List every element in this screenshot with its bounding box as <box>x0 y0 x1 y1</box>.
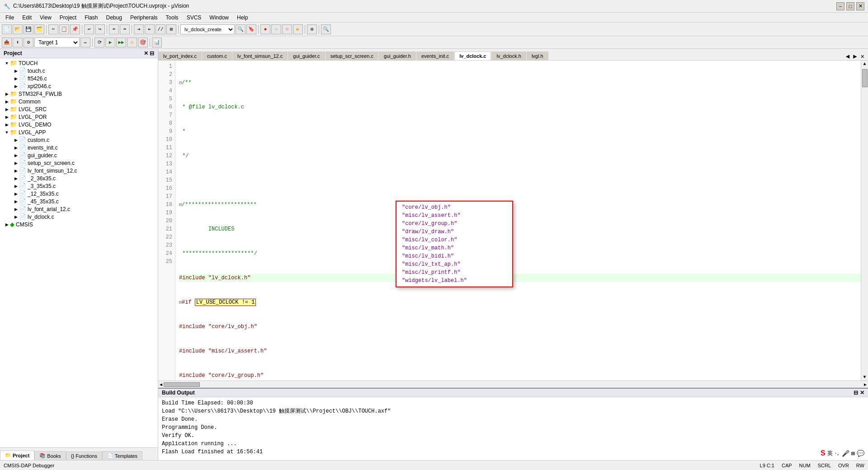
format-button[interactable]: ⊞ <box>166 24 176 34</box>
menu-peripherals[interactable]: Peripherals <box>127 14 161 22</box>
find-in-files-button[interactable]: 🔍 <box>236 24 245 34</box>
translate-button[interactable]: ⟳ <box>94 38 104 47</box>
tree-item-gui-guider[interactable]: ▶ 📄 gui_guider.c <box>0 151 158 159</box>
menu-project[interactable]: Project <box>56 14 80 22</box>
tab-functions[interactable]: {} Functions <box>66 451 102 460</box>
nav-back-button[interactable]: ⬅ <box>109 24 119 34</box>
file-tab-lvgl-h[interactable]: lvgl.h <box>527 52 548 60</box>
save-button[interactable]: 💾 <box>24 24 33 34</box>
tree-item-3-35x35[interactable]: ▶ 📄 _3_35x35.c <box>0 182 158 190</box>
tree-item-setup-scr[interactable]: ▶ 📄 setup_scr_screen.c <box>0 159 158 167</box>
new-file-button[interactable]: 📄 <box>2 24 12 34</box>
stop-button[interactable]: ○ <box>271 24 281 34</box>
menu-help[interactable]: Help <box>233 14 252 22</box>
file-tab-lv-font-simsun[interactable]: lv_font_simsun_12.c <box>232 52 288 60</box>
function-selector[interactable]: lv_dclock_create <box>180 24 235 34</box>
scroll-up-button[interactable]: ▲ <box>862 61 867 67</box>
scroll-right-button[interactable]: ▶ <box>863 382 868 387</box>
file-tab-lv-port-index[interactable]: lv_port_index.c <box>158 52 202 60</box>
tree-item-lvgl-por[interactable]: ▶ 📁 LVGL_POR <box>0 113 158 121</box>
tree-item-lv-font-arial[interactable]: ▶ 📄 lv_font_arial_12.c <box>0 205 158 213</box>
tree-item-ft5426[interactable]: ▶ 📄 ft5426.c <box>0 75 158 82</box>
file-tab-custom-c[interactable]: custom.c <box>202 52 232 60</box>
build-output-button[interactable]: 📤 <box>2 38 12 47</box>
scroll-thumb[interactable] <box>862 69 868 87</box>
menu-window[interactable]: Window <box>206 14 232 22</box>
scroll-left-button[interactable]: ◀ <box>158 382 164 387</box>
redo-button[interactable]: ↪ <box>95 24 105 34</box>
menu-view[interactable]: View <box>36 14 55 22</box>
tab-close-icon[interactable]: ✕ <box>859 52 866 60</box>
options-button[interactable]: ⚙ <box>307 24 317 34</box>
code-editor[interactable]: 1 2 3 4 5 6 7 8 9 10 11 12 13 14 15 16 1 <box>158 61 868 381</box>
debug-button[interactable]: ▶ <box>293 24 303 34</box>
indent-button[interactable]: ⇥ <box>134 24 144 34</box>
file-tab-gui-guider[interactable]: gui_guider.c <box>288 52 325 60</box>
clean-button[interactable]: ○ <box>282 24 292 34</box>
maximize-button[interactable]: □ <box>846 2 854 10</box>
file-tab-lv-dclock-h[interactable]: lv_dclock.h <box>491 52 526 60</box>
tree-item-touch-c[interactable]: ▶ 📄 touch.c <box>0 67 158 75</box>
tree-item-lvgl-demo[interactable]: ▶ 📁 LVGL_DEMO <box>0 121 158 128</box>
tree-item-custom-c[interactable]: ▶ 📄 custom.c <box>0 136 158 144</box>
tab-project[interactable]: 📁 Project <box>0 451 34 460</box>
h-scroll-thumb[interactable] <box>164 382 200 387</box>
menu-svcs[interactable]: SVCS <box>183 14 205 22</box>
tab-scroll-left-icon[interactable]: ◀ <box>844 52 851 60</box>
run-btn4[interactable]: 🎯 <box>138 38 148 47</box>
horizontal-scrollbar[interactable]: ◀ ▶ <box>158 381 868 388</box>
tree-item-lvgl-src[interactable]: ▶ 📁 LVGL_SRC <box>0 105 158 113</box>
build-button[interactable]: ● <box>260 24 270 34</box>
tree-item-events-init[interactable]: ▶ 📄 events_init.c <box>0 144 158 151</box>
build-panel-undock-icon[interactable]: ⊟ <box>854 390 858 396</box>
run-btn2[interactable]: ▶▶ <box>116 38 126 47</box>
target-selector[interactable]: Target 1 <box>34 38 80 47</box>
tab-templates[interactable]: 📄 Templates <box>102 451 142 460</box>
run-btn3[interactable]: ↻ <box>127 38 137 47</box>
tree-item-common[interactable]: ▶ 📁 Common <box>0 98 158 105</box>
copy-button[interactable]: 📋 <box>59 24 69 34</box>
toggle-comment-button[interactable]: // <box>156 24 165 34</box>
vertical-scrollbar[interactable]: ▲ ▼ <box>861 61 868 381</box>
tree-item-lv-dclock-c[interactable]: ▶ 📄 lv_dclock.c <box>0 213 158 221</box>
tree-item-xpt2046[interactable]: ▶ 📄 xpt2046.c <box>0 82 158 90</box>
file-tab-setup-scr[interactable]: setup_scr_screen.c <box>326 52 378 60</box>
menu-edit[interactable]: Edit <box>19 14 35 22</box>
tree-item-lvgl-app[interactable]: ▼ 📁 LVGL_APP <box>0 128 158 136</box>
tree-item-lv-font-simsun[interactable]: ▶ 📄 lv_font_simsun_12.c <box>0 167 158 174</box>
close-button[interactable]: ✕ <box>856 2 864 10</box>
t2-btn3[interactable]: ⚙ <box>24 38 33 47</box>
tree-item-stm32f4[interactable]: ▶ 📁 STM32F4_FWLIB <box>0 90 158 98</box>
menu-flash[interactable]: Flash <box>81 14 101 22</box>
file-tab-gui-guider-h[interactable]: gui_guider.h <box>379 52 416 60</box>
tree-item-cmsis[interactable]: ▶ ◆ CMSIS <box>0 221 158 228</box>
menu-file[interactable]: File <box>2 14 18 22</box>
nav-fwd-button[interactable]: ➡ <box>120 24 130 34</box>
search-button[interactable]: 🔍 <box>321 24 331 34</box>
bookmarks-button[interactable]: 🔖 <box>246 24 256 34</box>
build-panel-close-icon[interactable]: ✕ <box>860 390 864 396</box>
run-button[interactable]: ▶ <box>105 38 115 47</box>
tree-item-touch[interactable]: ▼ 📁 TOUCH <box>0 59 158 67</box>
tab-books[interactable]: 📚 Books <box>34 451 66 460</box>
load-button[interactable]: ⬆ <box>13 38 23 47</box>
menu-tools[interactable]: Tools <box>162 14 182 22</box>
save-all-button[interactable]: 🗂️ <box>34 24 44 34</box>
open-button[interactable]: 📂 <box>13 24 23 34</box>
tree-item-2-36x35[interactable]: ▶ 📄 _2_36x35.c <box>0 174 158 182</box>
menu-debug[interactable]: Debug <box>103 14 126 22</box>
file-tab-lv-dclock-c[interactable]: lv_dclock.c <box>454 52 491 60</box>
t2-btn4[interactable]: ✏ <box>80 38 90 47</box>
undo-button[interactable]: ↩ <box>84 24 94 34</box>
sidebar-close-icon[interactable]: ✕ ⊟ <box>144 50 154 56</box>
unindent-button[interactable]: ⇤ <box>145 24 155 34</box>
peripherals-btn[interactable]: 📊 <box>152 38 162 47</box>
tree-item-12-35x35[interactable]: ▶ 📄 _12_35x35.c <box>0 190 158 197</box>
tree-item-45-35x35[interactable]: ▶ 📄 _45_35x35.c <box>0 197 158 205</box>
minimize-button[interactable]: − <box>836 2 844 10</box>
tab-scroll-right-icon[interactable]: ▶ <box>851 52 859 60</box>
paste-button[interactable]: 📌 <box>70 24 80 34</box>
scroll-down-button[interactable]: ▼ <box>862 374 867 381</box>
file-tab-events-init[interactable]: events_init.c <box>416 52 454 60</box>
cut-button[interactable]: ✂️ <box>48 24 58 34</box>
